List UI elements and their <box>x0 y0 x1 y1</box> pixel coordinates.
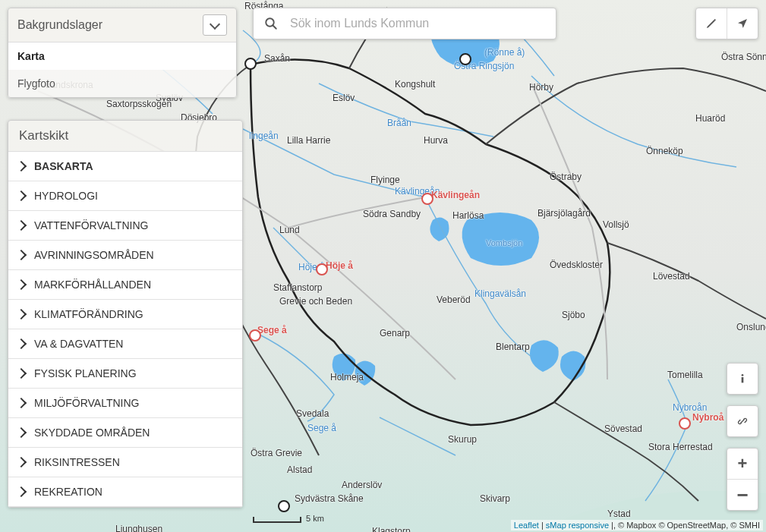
map-label: Kävlingeån <box>431 190 480 200</box>
scale-bar: 5 km <box>253 514 324 523</box>
map-label: Onslunda <box>736 322 766 332</box>
map-label: Östra Sönnarslöv <box>721 52 766 62</box>
link-icon <box>736 415 749 427</box>
map-label: Grevie och Beden <box>279 296 352 307</box>
background-layers-panel: Bakgrundslager KartaFlygfoto <box>8 8 237 98</box>
layer-label: SKYDDADE OMRÅDEN <box>34 427 150 439</box>
map-label: Stora Herrestad <box>648 442 713 452</box>
search-icon <box>264 17 278 30</box>
layer-row[interactable]: VA & DAGVATTEN <box>8 329 242 359</box>
map-label: Huaröd <box>695 113 725 124</box>
map-label: Staffanstorp <box>273 282 323 293</box>
map-label: Veberöd <box>437 294 471 305</box>
edit-button[interactable] <box>696 8 727 39</box>
zoom-out-button[interactable]: − <box>727 479 758 510</box>
map-label: Nybroån <box>673 402 707 413</box>
map-marker[interactable] <box>459 53 471 65</box>
top-toolbox <box>695 8 758 39</box>
layer-label: REKREATION <box>34 486 102 498</box>
locate-button[interactable] <box>727 8 758 39</box>
map-label: Sjöbo <box>562 310 585 320</box>
map-label: Blentarp <box>496 342 530 352</box>
map-marker[interactable] <box>278 500 290 512</box>
search-bar <box>253 8 556 39</box>
chevron-right-icon <box>16 486 27 497</box>
map-label: Sövestad <box>604 423 642 434</box>
map-label: Övedskloster <box>550 260 603 270</box>
layer-row[interactable]: RIKSINTRESSEN <box>8 448 242 477</box>
map-label: Nybroå <box>692 412 723 423</box>
chevron-right-icon <box>16 457 27 467</box>
layer-label: KLIMATFÖRÄNDRING <box>34 308 143 320</box>
layer-label: VATTENFÖRVALTNING <box>34 219 148 231</box>
layer-row[interactable]: SKYDDADE OMRÅDEN <box>8 418 242 448</box>
zoom-toolbox: + − <box>727 448 758 511</box>
map-label: Skivarp <box>480 493 510 504</box>
map-label: Harlösa <box>452 210 484 221</box>
map-label: Svedala <box>296 408 329 419</box>
map-marker[interactable] <box>679 417 691 430</box>
layer-label: VA & DAGVATTEN <box>34 338 123 350</box>
chevron-right-icon <box>16 338 27 349</box>
map-label: Flyinge <box>370 175 400 185</box>
map-label: Skurup <box>448 434 477 445</box>
map-label: Holmeja <box>330 372 364 382</box>
pencil-icon <box>705 17 717 30</box>
background-option-karta[interactable]: Karta <box>8 42 236 70</box>
search-input[interactable] <box>288 16 545 31</box>
map-marker[interactable] <box>249 329 261 342</box>
layer-row[interactable]: REKREATION <box>8 477 242 507</box>
chevron-right-icon <box>16 427 27 438</box>
scale-label: 5 km <box>306 514 324 523</box>
map-layers-header: Kartskikt <box>8 121 242 152</box>
link-button[interactable] <box>727 406 758 436</box>
layer-row[interactable]: HYDROLOGI <box>8 181 242 211</box>
map-layers-panel: Kartskikt BASKARTAHYDROLOGIVATTENFÖRVALT… <box>8 120 243 508</box>
map-label: Östra Grevie <box>251 448 302 458</box>
map-label: Sydvästra Skåne <box>295 493 364 504</box>
layer-label: FYSISK PLANERING <box>34 367 137 379</box>
map-layers-list: BASKARTAHYDROLOGIVATTENFÖRVALTNINGAVRINN… <box>8 152 242 507</box>
map-label: Alstad <box>287 464 312 475</box>
info-button[interactable] <box>727 364 758 394</box>
map-label: Ljunghusen <box>115 524 162 532</box>
layer-label: HYDROLOGI <box>34 190 98 202</box>
map-marker[interactable] <box>244 58 257 70</box>
map-label: Hurva <box>424 135 448 146</box>
layer-row[interactable]: MILJÖFÖRVALTNING <box>8 389 242 418</box>
map-label: Östraby <box>550 172 582 182</box>
link-toolbox <box>727 405 758 437</box>
layer-label: AVRINNINGSOMRÅDEN <box>34 249 154 261</box>
layer-row[interactable]: AVRINNINGSOMRÅDEN <box>8 241 242 270</box>
map-label: lingeån <box>249 131 279 141</box>
chevron-right-icon <box>16 279 27 290</box>
map-label: Genarp <box>380 328 410 338</box>
map-label: Bjärsjölagård <box>537 208 591 219</box>
layer-row[interactable]: FYSISK PLANERING <box>8 359 242 389</box>
attribution-smap-link[interactable]: sMap responsive <box>546 521 609 530</box>
app-root: LandskronaAsmundtorpSaxtorpsskogenSvalöv… <box>0 0 766 532</box>
layer-row[interactable]: VATTENFÖRVALTNING <box>8 211 242 241</box>
background-layers-title: Bakgrundslager <box>17 18 102 32</box>
chevron-right-icon <box>16 250 27 260</box>
layer-row[interactable]: MARKFÖRHÅLLANDEN <box>8 270 242 300</box>
attribution-leaflet-link[interactable]: Leaflet <box>514 521 539 530</box>
map-label: Klingavälsån <box>474 288 526 299</box>
map-label: Klagstorp <box>372 526 411 532</box>
map-label: Kongshult <box>395 79 435 90</box>
background-layers-toggle[interactable] <box>203 14 227 36</box>
map-label: Saxån <box>264 53 290 64</box>
chevron-right-icon <box>16 309 27 320</box>
layer-row[interactable]: BASKARTA <box>8 152 242 181</box>
map-marker[interactable] <box>421 193 433 205</box>
map-label: Ystad <box>607 508 631 519</box>
background-layers-header: Bakgrundslager <box>8 8 236 42</box>
svg-line-1 <box>273 25 276 29</box>
map-label: Lund <box>279 225 300 235</box>
map-marker[interactable] <box>316 263 328 275</box>
background-option-flygfoto[interactable]: Flygfoto <box>8 70 236 97</box>
layer-row[interactable]: KLIMATFÖRÄNDRING <box>8 300 242 329</box>
chevron-right-icon <box>16 220 27 231</box>
layer-label: MARKFÖRHÅLLANDEN <box>34 279 151 291</box>
zoom-in-button[interactable]: + <box>727 449 758 479</box>
